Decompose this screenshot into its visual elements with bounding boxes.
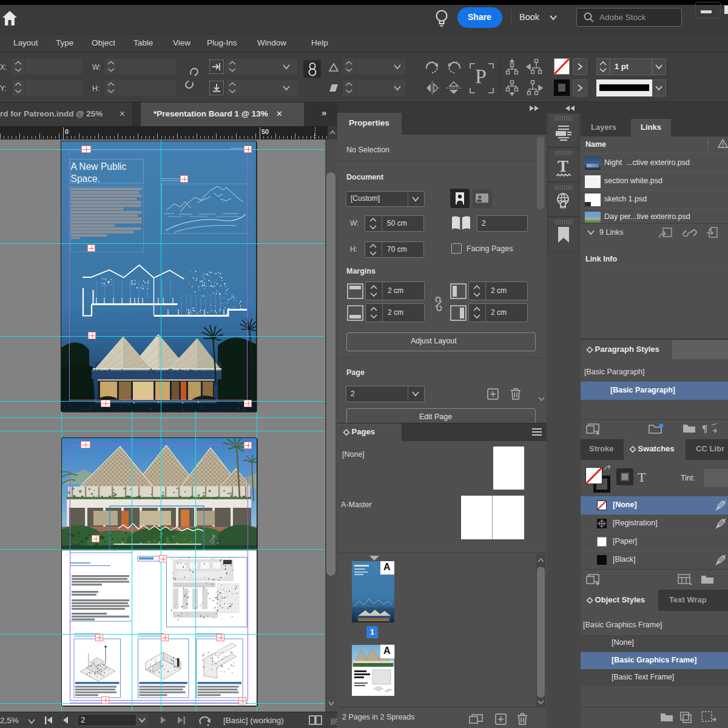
svg-text:¶: ¶: [702, 423, 707, 434]
svg-text:.: .: [477, 720, 479, 724]
